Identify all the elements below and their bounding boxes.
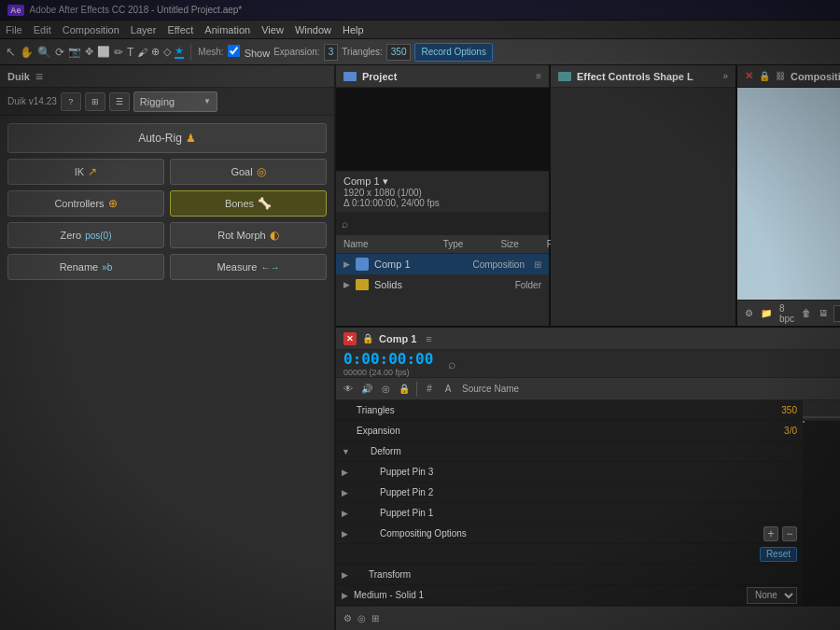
playhead[interactable]	[803, 421, 805, 423]
menu-effect[interactable]: Effect	[167, 24, 193, 35]
folder-icon[interactable]: 📁	[761, 308, 772, 318]
duik-list-button[interactable]: ☰	[109, 92, 130, 111]
expansion-value[interactable]: 3	[324, 44, 339, 61]
table-row[interactable]: ▶ Transform	[336, 565, 803, 585]
timeline-expand[interactable]: ≡	[426, 333, 431, 344]
paint-tool-icon[interactable]: 🖌	[137, 47, 147, 58]
table-row[interactable]: ▶ Puppet Pin 3	[336, 462, 803, 483]
mask-tool-icon[interactable]: ⬜	[97, 46, 110, 58]
duik-grid-button[interactable]: ⊞	[85, 92, 105, 111]
text-tool-icon[interactable]: T	[127, 46, 133, 59]
label-toggle[interactable]: #	[421, 381, 438, 398]
measure-button[interactable]: Measure ←→	[170, 254, 327, 280]
list-item[interactable]: ▶ Comp 1 Composition ⊞	[336, 254, 549, 274]
rot-morph-button[interactable]: Rot Morph ◐	[170, 222, 327, 248]
duik-help-button[interactable]: ?	[61, 92, 81, 111]
lock-toggle[interactable]: 🔒	[396, 381, 413, 398]
composition-canvas-area[interactable]	[737, 88, 840, 300]
rename-button[interactable]: Rename »b	[7, 254, 164, 280]
expand-arrow-icon[interactable]: ▶	[342, 529, 348, 539]
effect-expand-icon[interactable]: »	[722, 71, 728, 81]
render-icon[interactable]: ⚙	[745, 308, 753, 318]
add-button[interactable]: +	[763, 526, 778, 541]
zoom-tool-icon[interactable]: 🔍	[37, 46, 51, 59]
pen-tool-icon[interactable]: ✏	[114, 46, 123, 59]
trash-icon[interactable]: 🗑	[802, 308, 811, 318]
expand-arrow-icon[interactable]: ▶	[342, 468, 348, 477]
project-title: Project	[362, 71, 397, 82]
expand-arrow-icon[interactable]: ▼	[342, 447, 350, 456]
menu-window[interactable]: Window	[295, 24, 331, 35]
show-checkbox[interactable]	[228, 45, 240, 57]
clone-tool-icon[interactable]: ⊕	[151, 46, 160, 58]
parent-none-dropdown[interactable]: None	[747, 587, 797, 604]
menu-animation[interactable]: Animation	[204, 24, 250, 35]
menu-composition[interactable]: Composition	[63, 24, 119, 35]
toolbar-sep	[416, 382, 417, 397]
record-options-button[interactable]: Record Options	[414, 43, 492, 62]
duik-menu-icon[interactable]: ≡	[35, 69, 43, 84]
expand-arrow-icon[interactable]: ▶	[342, 570, 348, 580]
layer-name-toggle[interactable]: A	[440, 381, 456, 398]
auto-rig-button[interactable]: Auto-Rig ♟	[7, 123, 327, 153]
expansion-value: 3/0	[784, 426, 797, 436]
menu-view[interactable]: View	[261, 24, 284, 35]
pan-tool-icon[interactable]: ✥	[85, 46, 93, 58]
project-search-bar: ⌕	[336, 213, 549, 235]
bones-button[interactable]: Bones 🦴	[170, 190, 327, 217]
hand-tool-icon[interactable]: ✋	[20, 46, 34, 59]
ik-button[interactable]: IK ↗	[7, 159, 164, 185]
project-expand-icon[interactable]: ≡	[536, 71, 541, 81]
puppet-tool-icon[interactable]: ★	[175, 45, 184, 59]
menu-layer[interactable]: Layer	[131, 24, 157, 35]
solid-name: Medium - Solid 1	[354, 590, 424, 600]
rotate-tool-icon[interactable]: ⟳	[55, 46, 64, 59]
triangles-value[interactable]: 350	[386, 44, 412, 61]
selection-tool-icon[interactable]: ↖	[6, 45, 16, 59]
eraser-tool-icon[interactable]: ◇	[163, 46, 171, 58]
zero-button[interactable]: Zero pos(0)	[7, 222, 164, 248]
table-row[interactable]: Triangles 350	[336, 400, 803, 421]
render-icon2[interactable]: ⚙	[343, 613, 352, 623]
expand-arrow-icon[interactable]: ▶	[342, 509, 348, 518]
menu-help[interactable]: Help	[343, 24, 364, 35]
lock-icon[interactable]: 🔒	[759, 71, 770, 81]
table-row[interactable]: ▶ Puppet Pin 1	[336, 503, 803, 524]
solo-toggle[interactable]: ◎	[377, 381, 394, 398]
table-row[interactable]: ▶ Puppet Pin 2	[336, 483, 803, 503]
close-icon[interactable]: ✕	[745, 70, 753, 82]
subtract-button[interactable]: −	[782, 526, 797, 541]
lock-icon2[interactable]: 🔒	[362, 333, 373, 343]
duik-mode-dropdown[interactable]: Rigging ▼	[133, 91, 217, 112]
table-row[interactable]: Expansion 3/0	[336, 421, 803, 441]
table-row[interactable]: ▶ Medium - Solid 1 None	[336, 585, 803, 606]
reset-button[interactable]: Reset	[760, 547, 797, 562]
camera-tool-icon[interactable]: 📷	[68, 46, 81, 58]
folder-item-icon	[356, 279, 369, 290]
zoom-select[interactable]: 25% 50% 100%	[833, 305, 840, 322]
link-icon[interactable]: ⛓	[776, 71, 785, 81]
controllers-button[interactable]: Controllers ⊕	[7, 190, 164, 217]
bottom-icon3[interactable]: ⊞	[371, 613, 379, 623]
duik-buttons-area: Auto-Rig ♟ IK ↗ Goal ◎ Controllers	[0, 116, 334, 287]
search-timeline-icon[interactable]: ⌕	[448, 357, 455, 371]
list-item[interactable]: ▶ Solids Folder	[336, 274, 549, 295]
duik-header: Duik ≡	[0, 65, 334, 88]
table-row[interactable]: ▼ Deform	[336, 441, 803, 462]
timecode-main-display[interactable]: 0:00:00:00 00000 (24.00 fps)	[343, 350, 433, 377]
menu-file[interactable]: File	[6, 24, 22, 35]
table-row[interactable]: ▶ Compositing Options + −	[336, 524, 803, 544]
project-info: Comp 1 ▾ 1920 x 1080 (1/00) Δ 0:10:00:00…	[336, 172, 549, 213]
expand-arrow-icon[interactable]: ▶	[342, 488, 348, 497]
menu-edit[interactable]: Edit	[34, 24, 51, 35]
monitor-icon[interactable]: 🖥	[819, 308, 828, 318]
expansion-label: Expansion	[357, 426, 400, 436]
visibility-toggle[interactable]: 👁	[340, 381, 357, 398]
bottom-icon2[interactable]: ◎	[357, 613, 366, 623]
expand-arrow-icon[interactable]: ▶	[342, 591, 348, 600]
audio-toggle[interactable]: 🔊	[358, 381, 375, 398]
project-search-input[interactable]	[352, 218, 543, 229]
project-icon	[343, 72, 357, 81]
goal-button[interactable]: Goal ◎	[170, 159, 327, 185]
timeline-close-button[interactable]: ✕	[343, 332, 357, 345]
